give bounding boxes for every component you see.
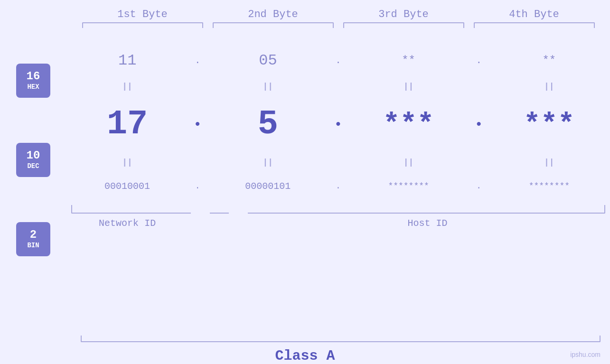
hex-row: 11 . 05 . ** . ** bbox=[66, 41, 610, 79]
hex-cell-1: 11 bbox=[66, 52, 188, 69]
bracket-line-4 bbox=[474, 22, 595, 28]
bracket-gap-1 bbox=[191, 205, 210, 214]
network-bottom-bracket bbox=[71, 205, 191, 214]
bin-val-1: 00010001 bbox=[104, 181, 150, 192]
bracket-3 bbox=[343, 22, 464, 32]
bin-row: 00010001 . 00000101 . ******** . *******… bbox=[66, 169, 610, 203]
bin-val-3: ******** bbox=[388, 181, 429, 191]
bracket-1 bbox=[82, 22, 203, 32]
dec-val-1: 17 bbox=[107, 105, 148, 144]
equals-row-2: || || || || bbox=[66, 155, 610, 169]
dec-val-2: 5 bbox=[258, 105, 278, 144]
outer-bracket-line bbox=[81, 336, 601, 342]
bracket-2 bbox=[213, 22, 334, 32]
hex-cell-4: ** bbox=[488, 54, 610, 67]
badges-column: 16 HEX 10 DEC 2 BIN bbox=[0, 37, 66, 336]
byte-header-1: 1st Byte bbox=[77, 9, 208, 20]
bin-badge: 2 BIN bbox=[16, 222, 50, 256]
hex-badge: 16 HEX bbox=[16, 64, 50, 98]
dec-sep-2: • bbox=[329, 117, 348, 132]
byte-header-3: 3rd Byte bbox=[338, 9, 469, 20]
hex-val-1: 11 bbox=[118, 52, 136, 69]
hex-cell-3: ** bbox=[348, 54, 469, 67]
content-area: 16 HEX 10 DEC 2 BIN 11 . 05 bbox=[0, 37, 610, 336]
dec-cell-1: 17 bbox=[66, 105, 188, 144]
bin-cell-2: 00000101 bbox=[207, 181, 328, 192]
bin-sep-2: . bbox=[329, 181, 348, 191]
bracket-line-2 bbox=[213, 22, 334, 28]
host-id-label: Host ID bbox=[245, 218, 610, 229]
hex-cell-2: 05 bbox=[207, 52, 328, 69]
hex-badge-label: HEX bbox=[27, 83, 39, 91]
dec-row: 17 • 5 • *** • *** bbox=[66, 93, 610, 155]
hex-val-3: ** bbox=[402, 54, 415, 67]
hex-sep-2: . bbox=[329, 55, 348, 66]
bin-badge-label: BIN bbox=[27, 242, 39, 249]
eq2-2: || bbox=[207, 158, 328, 167]
eq1-4: || bbox=[488, 82, 610, 91]
bin-val-2: 00000101 bbox=[245, 181, 291, 192]
bin-val-4: ******** bbox=[529, 181, 570, 191]
host-bottom-bracket bbox=[248, 205, 605, 214]
dec-val-3: *** bbox=[383, 108, 434, 140]
dec-badge-number: 10 bbox=[27, 150, 40, 161]
bin-cell-1: 00010001 bbox=[66, 181, 188, 192]
bin-badge-number: 2 bbox=[30, 229, 37, 241]
bracket-4 bbox=[474, 22, 595, 32]
eq2-3: || bbox=[348, 158, 469, 167]
hex-badge-number: 16 bbox=[27, 71, 40, 82]
eq1-3: || bbox=[348, 82, 469, 91]
bottom-bracket-container bbox=[66, 205, 610, 214]
byte-header-4: 4th Byte bbox=[469, 9, 600, 20]
byte-headers: 1st Byte 2nd Byte 3rd Byte 4th Byte bbox=[77, 9, 600, 20]
dec-badge: 10 DEC bbox=[16, 143, 50, 177]
watermark: ipshu.com bbox=[570, 351, 601, 358]
bracket-line-1 bbox=[82, 22, 203, 28]
top-bracket-row bbox=[77, 22, 600, 32]
id-labels-row: Network ID Host ID bbox=[66, 214, 610, 233]
bracket-gap-2 bbox=[229, 205, 248, 214]
equals-row-1: || || || || bbox=[66, 79, 610, 93]
hex-val-4: ** bbox=[542, 54, 556, 67]
eq2-1: || bbox=[66, 158, 188, 167]
dec-sep-1: • bbox=[188, 117, 207, 132]
row-wrapper: 11 . 05 . ** . ** || || bbox=[66, 37, 610, 336]
dec-sep-3: • bbox=[469, 117, 488, 132]
hex-sep-3: . bbox=[469, 55, 488, 66]
bin-cell-3: ******** bbox=[348, 181, 469, 191]
outer-bracket bbox=[76, 336, 605, 344]
dec-cell-2: 5 bbox=[207, 105, 328, 144]
dec-cell-3: *** bbox=[348, 108, 469, 140]
class-label: Class A bbox=[275, 348, 335, 364]
network-id-label: Network ID bbox=[66, 218, 188, 229]
bin-sep-1: . bbox=[188, 181, 207, 191]
eq2-4: || bbox=[488, 158, 610, 167]
bracket-gap-conn bbox=[210, 205, 229, 214]
bin-sep-3: . bbox=[469, 181, 488, 191]
bracket-line-3 bbox=[343, 22, 464, 28]
dec-val-4: *** bbox=[524, 108, 575, 140]
hex-sep-1: . bbox=[188, 55, 207, 66]
main-container: 1st Byte 2nd Byte 3rd Byte 4th Byte 16 H… bbox=[0, 0, 610, 364]
eq1-2: || bbox=[207, 82, 328, 91]
byte-header-2: 2nd Byte bbox=[208, 9, 338, 20]
dec-cell-4: *** bbox=[488, 108, 610, 140]
bin-cell-4: ******** bbox=[488, 181, 610, 191]
dec-badge-label: DEC bbox=[27, 162, 39, 170]
hex-val-2: 05 bbox=[259, 52, 277, 69]
eq1-1: || bbox=[66, 82, 188, 91]
